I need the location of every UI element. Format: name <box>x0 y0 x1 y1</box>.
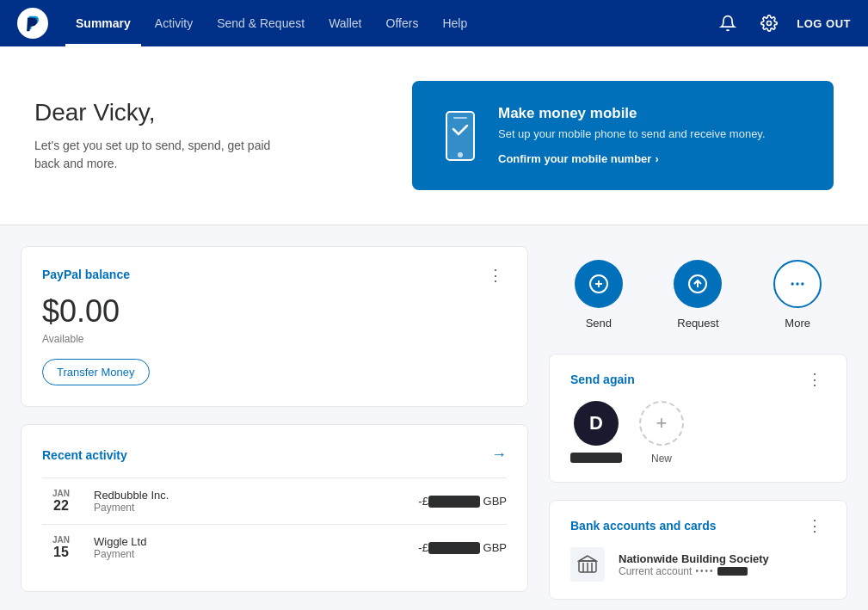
activity-info-2: Wiggle Ltd Payment <box>94 535 418 560</box>
activity-month-1: JAN <box>52 489 70 498</box>
contact-item-1[interactable]: D <box>570 401 622 465</box>
nav-offers[interactable]: Offers <box>376 3 429 46</box>
send-action[interactable]: Send <box>575 260 623 330</box>
nav-wallet[interactable]: Wallet <box>318 3 372 46</box>
activity-day-2: 15 <box>53 545 69 560</box>
transfer-money-button[interactable]: Transfer Money <box>42 359 150 385</box>
main-body: PayPal balance ⋮ $0.00 Available Transfe… <box>0 225 868 610</box>
more-circle <box>773 260 822 308</box>
bank-item-1: Nationwide Building Society Current acco… <box>570 547 826 582</box>
bank-account-number <box>717 567 748 576</box>
activity-date-1: JAN 22 <box>42 489 80 514</box>
activity-title: Recent activity <box>42 448 127 462</box>
more-action[interactable]: More <box>773 260 822 330</box>
nav-links: Summary Activity Send & Request Wallet O… <box>65 0 714 46</box>
activity-date-2: JAN 15 <box>42 535 80 560</box>
right-column: Send Request <box>549 246 847 610</box>
activity-month-2: JAN <box>52 535 70 545</box>
svg-point-3 <box>458 152 463 157</box>
nav-right: LOG OUT <box>714 9 851 37</box>
bank-header: Bank accounts and cards ⋮ <box>570 518 826 533</box>
new-contact-circle: + <box>639 401 684 446</box>
activity-name-1: Redbubble Inc. <box>94 489 418 502</box>
balance-card-header: PayPal balance ⋮ <box>42 268 507 283</box>
nav-help[interactable]: Help <box>432 3 477 46</box>
more-label: More <box>785 317 810 330</box>
activity-type-2: Payment <box>94 548 418 560</box>
bank-sub-1: Current account •••• <box>619 565 769 577</box>
notifications-button[interactable] <box>714 9 742 37</box>
activity-info-1: Redbubble Inc. Payment <box>94 489 418 514</box>
bank-icon-1 <box>570 547 605 582</box>
send-again-more-button[interactable]: ⋮ <box>803 372 826 387</box>
hero-subtitle: Let's get you set up to send, spend, get… <box>34 137 292 173</box>
balance-card-title: PayPal balance <box>42 268 130 281</box>
new-contact-label: New <box>651 453 672 465</box>
nav-summary[interactable]: Summary <box>65 3 141 46</box>
nav-activity[interactable]: Activity <box>145 3 203 46</box>
bank-more-button[interactable]: ⋮ <box>803 518 826 533</box>
activity-amount-1: -£ GBP <box>418 495 507 508</box>
hero-greeting: Dear Vicky, <box>34 99 292 126</box>
send-label: Send <box>586 317 612 330</box>
activity-amount-2: -£ GBP <box>418 541 507 555</box>
svg-point-10 <box>796 282 798 285</box>
bank-accounts-card: Bank accounts and cards ⋮ Nationwide Bui… <box>549 500 847 600</box>
left-column: PayPal balance ⋮ $0.00 Available Transfe… <box>21 246 528 610</box>
hero-banner: Make money mobile Set up your mobile pho… <box>412 81 834 190</box>
activity-name-2: Wiggle Ltd <box>94 535 418 548</box>
bank-name-1: Nationwide Building Society <box>619 552 769 565</box>
balance-available: Available <box>42 333 507 345</box>
banner-title: Make money mobile <box>498 105 766 122</box>
navbar: Summary Activity Send & Request Wallet O… <box>0 0 868 46</box>
send-again-header: Send again ⋮ <box>570 372 826 387</box>
new-contact-item[interactable]: + New <box>639 401 684 465</box>
banner-description: Set up your mobile phone to send and rec… <box>498 127 766 140</box>
paypal-logo <box>17 8 48 39</box>
send-circle <box>575 260 623 308</box>
request-action[interactable]: Request <box>674 260 722 330</box>
settings-button[interactable] <box>755 9 783 37</box>
hero-text: Dear Vicky, Let's get you set up to send… <box>34 99 292 173</box>
send-again-title: Send again <box>570 373 635 386</box>
request-label: Request <box>677 317 718 330</box>
activity-type-1: Payment <box>94 502 418 514</box>
activity-item: JAN 22 Redbubble Inc. Payment -£ GBP <box>42 478 507 524</box>
balance-more-button[interactable]: ⋮ <box>484 268 507 283</box>
request-circle <box>674 260 722 308</box>
send-again-contacts: D + New <box>570 401 826 465</box>
contact-name-1 <box>570 453 622 463</box>
svg-point-11 <box>801 282 803 285</box>
activity-header: Recent activity → <box>42 446 507 464</box>
banner-cta[interactable]: Confirm your mobile number › <box>498 152 659 165</box>
activity-item-2: JAN 15 Wiggle Ltd Payment -£ GBP <box>42 524 507 570</box>
send-again-card: Send again ⋮ D + New <box>549 354 847 483</box>
balance-amount: $0.00 <box>42 293 507 330</box>
logout-button[interactable]: LOG OUT <box>797 17 851 30</box>
recent-activity-card: Recent activity → JAN 22 Redbubble Inc. … <box>21 424 528 592</box>
balance-card: PayPal balance ⋮ $0.00 Available Transfe… <box>21 246 528 407</box>
svg-point-0 <box>767 22 772 26</box>
nav-send-request[interactable]: Send & Request <box>206 3 315 46</box>
mobile-icon <box>440 110 481 162</box>
svg-rect-2 <box>453 117 467 119</box>
redacted-amount-1 <box>428 496 480 508</box>
hero-banner-content: Make money mobile Set up your mobile pho… <box>498 105 766 166</box>
quick-actions: Send Request <box>549 246 847 336</box>
redacted-amount-2 <box>428 542 480 554</box>
activity-arrow-button[interactable]: → <box>491 446 507 464</box>
activity-day-1: 22 <box>53 498 69 514</box>
hero-section: Dear Vicky, Let's get you set up to send… <box>0 46 868 225</box>
svg-point-9 <box>791 282 794 285</box>
bank-info-1: Nationwide Building Society Current acco… <box>619 552 769 577</box>
contact-avatar-1: D <box>574 401 619 446</box>
bank-title: Bank accounts and cards <box>570 519 717 533</box>
